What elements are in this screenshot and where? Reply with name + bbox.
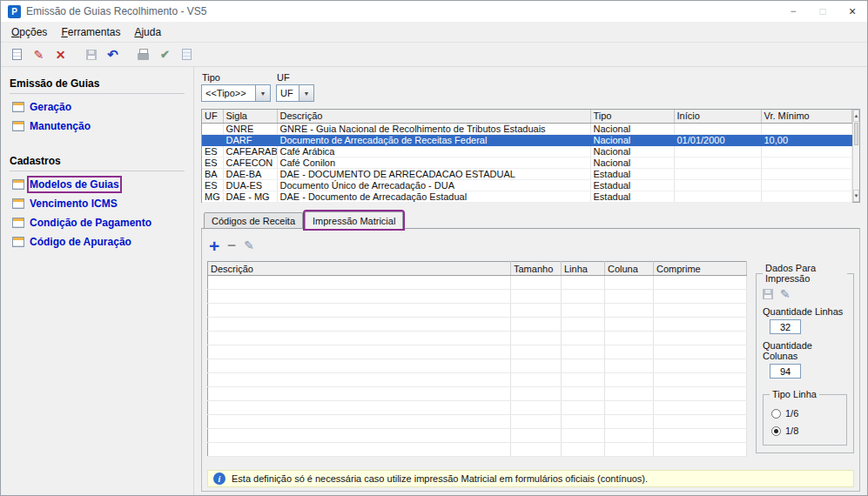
edit-pencil-icon[interactable]: ✎ xyxy=(780,288,791,300)
menu-opcoes[interactable]: Opções xyxy=(4,23,54,41)
menu-ferramentas[interactable]: Ferramentas xyxy=(54,23,127,41)
check-icon: ✔ xyxy=(160,49,170,60)
quantidade-linhas-label: Quantidade Linhas xyxy=(763,306,847,317)
column-header-tipo[interactable]: Tipo xyxy=(590,110,674,123)
sidebar-item-label: Manutenção xyxy=(30,120,91,132)
form-icon xyxy=(12,121,24,131)
tipo-linha-title: Tipo Linha xyxy=(770,389,819,399)
table-row[interactable]: ESDUA-ESDocumento Único de Arrecadação -… xyxy=(202,179,851,191)
chevron-down-icon[interactable]: ▼ xyxy=(299,85,313,101)
table-row[interactable]: MGDAE - MGDAE - Documento de Arrecadação… xyxy=(202,191,851,202)
uf-dropdown[interactable]: UF ▼ xyxy=(276,84,314,102)
confirm-button[interactable]: ✔ xyxy=(156,45,174,64)
table-row[interactable]: ESCAFECONCafé ConilonNacional xyxy=(202,157,851,168)
sidebar-item-vencimento-icms[interactable]: Vencimento ICMS xyxy=(12,198,185,210)
add-button[interactable]: + xyxy=(209,237,219,255)
window-body: Emissão de Guias Geração Manutenção Cada… xyxy=(1,67,867,495)
chevron-down-icon[interactable]: ▼ xyxy=(255,85,270,101)
sidebar-section-cadastros: Cadastros Modelos de Guias Vencimento IC… xyxy=(10,155,185,248)
radio-option-1-6[interactable]: 1/6 xyxy=(771,408,840,419)
sidebar-header-cadastros: Cadastros xyxy=(10,155,185,171)
column-header-tamanho[interactable]: Tamanho xyxy=(511,262,562,276)
column-header-linha[interactable]: Linha xyxy=(562,262,605,276)
minimize-button[interactable]: − xyxy=(778,1,808,22)
vertical-scrollbar[interactable]: ▲ ▼ xyxy=(852,110,860,202)
radio-label: 1/8 xyxy=(785,426,798,436)
quantidade-colunas-label: Quantidade Colunas xyxy=(763,340,847,361)
uf-label: UF xyxy=(276,72,314,83)
empty-row xyxy=(208,345,747,359)
edit-record-button[interactable]: ✎ xyxy=(244,239,254,251)
radio-icon[interactable] xyxy=(771,426,781,436)
app-icon: P xyxy=(8,5,21,18)
radio-option-1-8[interactable]: 1/8 xyxy=(771,426,840,436)
form-icon xyxy=(12,198,24,209)
close-button[interactable]: × xyxy=(838,1,867,22)
column-header-uf[interactable]: UF xyxy=(202,110,223,123)
tab-impressao-matricial[interactable]: Impressão Matricial xyxy=(305,211,403,229)
record-toolbar: + − ✎ xyxy=(209,235,854,256)
sidebar-item-modelos-de-guias[interactable]: Modelos de Guias xyxy=(12,178,185,191)
scrollbar-track[interactable] xyxy=(853,146,860,190)
filter-uf: UF UF ▼ xyxy=(276,72,314,102)
toolbar: ✎ ✕ ↶ ✔ xyxy=(1,43,867,67)
form-icon xyxy=(12,179,24,190)
edit-button[interactable]: ✎ xyxy=(30,45,48,64)
form-icon xyxy=(12,102,24,112)
sidebar-item-label: Código de Apuração xyxy=(30,236,131,248)
table-row[interactable]: BADAE-BADAE - DOCUMENTO DE ARRECADACAO E… xyxy=(202,168,851,179)
empty-row xyxy=(208,401,747,415)
tipo-label: Tipo xyxy=(201,72,271,83)
sidebar-item-condicao-pagamento[interactable]: Condição de Pagamento xyxy=(12,217,185,229)
quantidade-linhas-input[interactable] xyxy=(770,319,801,334)
column-header-sigla[interactable]: Sigla xyxy=(223,110,277,123)
form-icon xyxy=(12,218,24,228)
save-disk-icon xyxy=(86,50,97,60)
menu-ajuda[interactable]: Ajuda xyxy=(127,23,168,41)
save-button[interactable] xyxy=(82,45,100,64)
app-window: P Emissão de Guias Recolhimento - VS5 − … xyxy=(0,0,868,496)
scroll-down-icon[interactable]: ▼ xyxy=(853,190,860,202)
empty-row xyxy=(208,387,747,401)
sidebar-item-geracao[interactable]: Geração xyxy=(12,101,185,113)
save-disk-icon[interactable] xyxy=(763,289,773,299)
undo-arrow-icon: ↶ xyxy=(107,48,118,61)
empty-row xyxy=(208,429,747,443)
new-button[interactable] xyxy=(8,45,26,64)
empty-row xyxy=(208,332,747,345)
column-header-descricao[interactable]: Descrição xyxy=(277,110,590,123)
sidebar-item-manutencao[interactable]: Manutenção xyxy=(12,120,185,132)
empty-row xyxy=(208,373,747,387)
quantidade-colunas-input[interactable] xyxy=(770,364,801,379)
column-header-coluna[interactable]: Coluna xyxy=(605,262,654,276)
window-controls: − □ × xyxy=(778,1,867,22)
empty-row xyxy=(208,304,747,318)
remove-button[interactable]: − xyxy=(227,238,236,253)
scrollbar-thumb[interactable] xyxy=(854,123,859,145)
maximize-button[interactable]: □ xyxy=(808,1,838,22)
column-header-comprime[interactable]: Comprime xyxy=(654,262,747,276)
table-row[interactable]: DARFDocumento de Arrecadação de Receitas… xyxy=(202,134,851,145)
delete-x-icon: ✕ xyxy=(56,49,66,61)
report-button[interactable] xyxy=(178,45,196,64)
sidebar-header-emissao: Emissão de Guias xyxy=(10,77,185,94)
column-header-descricao[interactable]: Descrição xyxy=(208,262,511,276)
column-header-vr-minimo[interactable]: Vr. Mínimo xyxy=(761,110,851,123)
tabstrip: Códigos de Receita Impressão Matricial xyxy=(201,211,860,228)
scroll-up-icon[interactable]: ▲ xyxy=(853,110,860,122)
tab-page-impressao-matricial: + − ✎ Descrição Tamanho xyxy=(201,228,860,492)
print-button[interactable] xyxy=(134,45,152,64)
tipo-dropdown[interactable]: <<Tipo>> ▼ xyxy=(201,84,271,102)
radio-icon[interactable] xyxy=(771,409,781,419)
column-header-inicio[interactable]: Início xyxy=(674,110,761,123)
sidebar-item-codigo-apuracao[interactable]: Código de Apuração xyxy=(12,236,185,248)
sidebar: Emissão de Guias Geração Manutenção Cada… xyxy=(1,67,194,495)
empty-row xyxy=(208,443,747,457)
table-row[interactable]: ESCAFEARABCafé ArábicaNacional xyxy=(202,145,851,157)
table-row[interactable]: GNREGNRE - Guia Nacional de Recolhimento… xyxy=(202,123,851,134)
tab-codigos-de-receita[interactable]: Códigos de Receita xyxy=(204,212,303,228)
print-panel-toolbar: ✎ xyxy=(763,288,847,300)
undo-button[interactable]: ↶ xyxy=(104,45,122,64)
sidebar-item-label: Vencimento ICMS xyxy=(30,198,118,210)
delete-button[interactable]: ✕ xyxy=(51,45,70,64)
